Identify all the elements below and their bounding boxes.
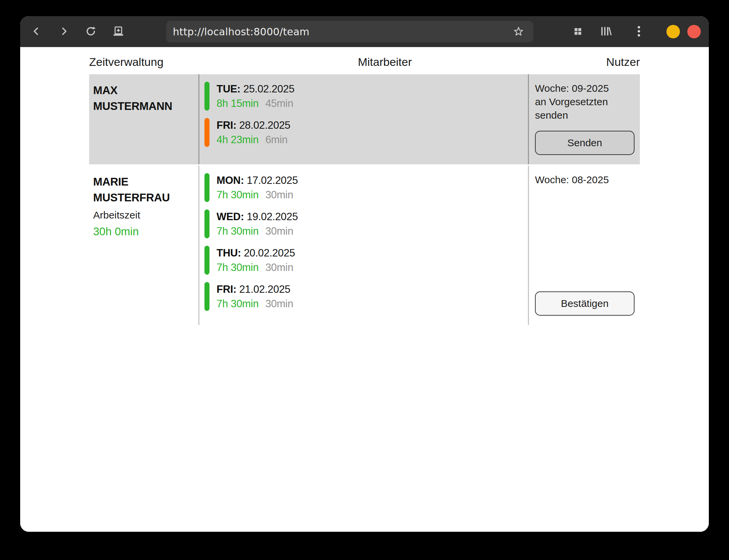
week-action-text: senden <box>535 109 635 122</box>
day-pause-time: 45min <box>265 97 293 109</box>
employee-total-time: 30h 0min <box>93 225 195 239</box>
browser-window: http://localhost:8000/team <box>20 16 709 532</box>
day-status-bar <box>204 118 209 147</box>
day-pause-time: 30min <box>265 225 293 237</box>
day-pause-time: 30min <box>265 189 293 201</box>
employee-worktime-label: Arbeitszeit <box>93 208 195 222</box>
day-date: 19.02.2025 <box>247 211 298 223</box>
day-worked-time: 8h 15min <box>217 97 259 109</box>
day-pause-time: 6min <box>265 134 287 146</box>
day-status-bar <box>204 173 209 202</box>
url-text: http://localhost:8000/team <box>166 26 309 38</box>
employee-week-cell: Woche: 09-2025 an Vorgesetzten senden Se… <box>529 74 640 164</box>
employee-name: MAX MUSTERMANN <box>93 82 195 114</box>
chrome-toolbar-right <box>533 22 701 41</box>
week-info: Woche: 09-2025 an Vorgesetzten senden Se… <box>535 82 635 155</box>
forward-button[interactable] <box>57 22 71 41</box>
back-arrow-icon <box>31 26 42 38</box>
day-entry: WED: 19.02.2025 7h 30min30min <box>204 209 525 238</box>
employee-days-cell: MON: 17.02.2025 7h 30min30min WED: 19.02… <box>198 166 529 325</box>
employee-name-cell: MAX MUSTERMANN <box>89 74 198 164</box>
day-label: THU: <box>217 247 241 259</box>
day-status-bar <box>204 209 209 238</box>
reload-icon <box>85 26 97 38</box>
day-date: 20.02.2025 <box>244 247 295 259</box>
day-date: 17.02.2025 <box>247 174 298 186</box>
week-label: Woche: 08-2025 <box>535 173 635 187</box>
employee-name-cell: MARIE MUSTERFRAU Arbeitszeit 30h 0min <box>89 166 198 325</box>
nav-item-zeitverwaltung[interactable]: Zeitverwaltung <box>89 54 163 69</box>
overflow-menu-icon <box>637 25 641 38</box>
close-button[interactable] <box>687 25 701 38</box>
grid-menu-icon <box>573 27 582 37</box>
day-date: 28.02.2025 <box>239 119 290 131</box>
page-content: Zeitverwaltung Mitarbeiter Nutzer MAX MU… <box>20 47 709 532</box>
day-worked-time: 7h 30min <box>217 298 259 310</box>
employee-week-cell: Woche: 08-2025 Bestätigen <box>529 166 640 325</box>
url-bar[interactable]: http://localhost:8000/team <box>166 21 533 42</box>
day-worked-time: 7h 30min <box>217 189 259 201</box>
minimize-button[interactable] <box>666 25 680 38</box>
week-info: Woche: 08-2025 <box>535 173 635 187</box>
new-tab-button[interactable] <box>112 22 125 41</box>
reload-button[interactable] <box>84 22 98 41</box>
day-status-bar <box>204 246 209 275</box>
day-label: MON: <box>217 174 244 186</box>
day-label: WED: <box>217 211 244 223</box>
browser-chrome: http://localhost:8000/team <box>20 16 709 47</box>
new-tab-icon <box>112 25 124 38</box>
overflow-menu-button[interactable] <box>632 22 646 41</box>
library-icon <box>600 26 612 38</box>
day-pause-time: 30min <box>265 262 293 273</box>
day-label: FRI: <box>217 119 236 131</box>
day-label: FRI: <box>217 283 236 295</box>
back-button[interactable] <box>30 22 43 41</box>
day-label: TUE: <box>217 83 240 95</box>
day-pause-time: 30min <box>265 298 293 310</box>
library-button[interactable] <box>599 22 613 41</box>
page-nav: Zeitverwaltung Mitarbeiter Nutzer <box>89 54 640 69</box>
employee-row-max: MAX MUSTERMANN TUE: 25.02.2025 8h 15min4… <box>89 74 640 164</box>
day-date: 21.02.2025 <box>239 283 290 295</box>
day-entry: TUE: 25.02.2025 8h 15min45min <box>204 82 525 111</box>
employee-days-cell: TUE: 25.02.2025 8h 15min45min FRI: 28.02… <box>198 74 529 164</box>
nav-item-nutzer[interactable]: Nutzer <box>606 54 640 69</box>
forward-arrow-icon <box>59 26 69 38</box>
day-worked-time: 7h 30min <box>217 262 259 273</box>
nav-item-mitarbeiter[interactable]: Mitarbeiter <box>358 54 412 69</box>
bookmark-star-icon[interactable] <box>512 26 525 39</box>
week-action-text: an Vorgesetzten <box>535 95 635 109</box>
week-label: Woche: 09-2025 <box>535 82 635 95</box>
day-entry: MON: 17.02.2025 7h 30min30min <box>204 173 525 202</box>
day-date: 25.02.2025 <box>243 83 294 95</box>
bestaetigen-button[interactable]: Bestätigen <box>535 291 635 316</box>
day-status-bar <box>204 82 209 111</box>
employee-name: MARIE MUSTERFRAU <box>93 174 195 205</box>
day-worked-time: 4h 23min <box>217 134 259 146</box>
day-entry: FRI: 21.02.2025 7h 30min30min <box>204 282 525 311</box>
employee-row-marie: MARIE MUSTERFRAU Arbeitszeit 30h 0min MO… <box>89 166 640 325</box>
grid-menu-button[interactable] <box>571 22 584 41</box>
day-entry: FRI: 28.02.2025 4h 23min6min <box>204 118 525 147</box>
day-entry: THU: 20.02.2025 7h 30min30min <box>204 246 525 275</box>
day-worked-time: 7h 30min <box>217 225 259 237</box>
senden-button[interactable]: Senden <box>535 131 635 155</box>
day-status-bar <box>204 282 209 311</box>
